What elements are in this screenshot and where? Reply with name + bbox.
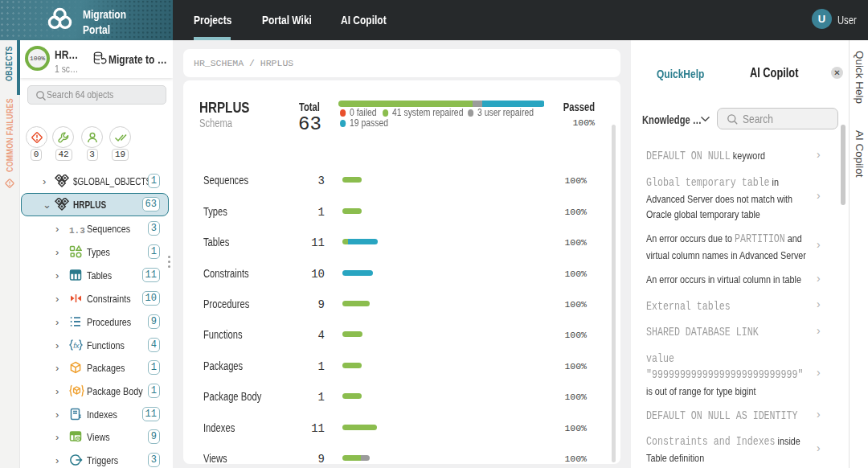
- svg-text:fx: fx: [73, 340, 80, 349]
